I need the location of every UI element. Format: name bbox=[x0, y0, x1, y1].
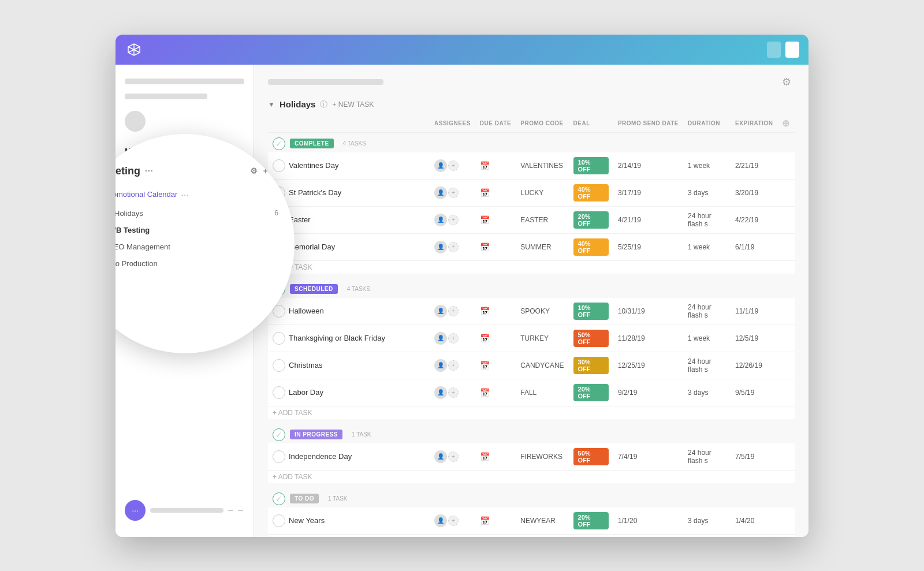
task-assignees-cell: 👤 + bbox=[430, 298, 475, 325]
assignee-icon[interactable]: 👤 bbox=[434, 214, 447, 226]
task-deal-cell: 20% OFF bbox=[569, 507, 613, 535]
assignee-add[interactable]: + bbox=[448, 387, 459, 398]
assignee-icon[interactable]: 👤 bbox=[434, 514, 447, 527]
calendar-icon[interactable]: 📅 bbox=[480, 307, 490, 316]
task-row[interactable]: Memorial Day 👤 + 📅 SUMMER 40% OFF 5/25/1… bbox=[268, 233, 795, 260]
col-due-date: DUE DATE bbox=[475, 114, 516, 133]
new-task-button[interactable]: + NEW TASK bbox=[332, 100, 374, 109]
zoom-sub-ab[interactable]: A/B Testing bbox=[116, 222, 278, 238]
col-add[interactable]: ⊕ bbox=[777, 114, 795, 133]
task-circle-1-3[interactable] bbox=[273, 386, 285, 399]
task-promo-code-cell: VALENTINES bbox=[516, 152, 568, 180]
deal-badge: 20% OFF bbox=[573, 211, 609, 229]
task-row[interactable]: New Years 👤 + 📅 NEWYEAR 20% OFF 1/1/20 bbox=[268, 507, 795, 535]
task-due-date-cell: 📅 bbox=[475, 206, 516, 233]
group-circle-0[interactable]: ✓ bbox=[273, 137, 285, 150]
promo-send-date: 1/1/20 bbox=[618, 517, 637, 525]
zoom-gear-icon[interactable]: ⚙ bbox=[250, 166, 258, 176]
calendar-icon[interactable]: 📅 bbox=[480, 516, 490, 525]
calendar-icon[interactable]: 📅 bbox=[480, 161, 490, 170]
assignee-icon[interactable]: 👤 bbox=[434, 359, 447, 372]
task-circle-1-2[interactable] bbox=[273, 359, 285, 372]
section-title: Holidays bbox=[280, 99, 316, 109]
calendar-icon[interactable]: 📅 bbox=[480, 215, 490, 225]
assignee-icon[interactable]: 👤 bbox=[434, 332, 447, 345]
task-row[interactable]: Halloween 👤 + 📅 SPOOKY 10% OFF 10/31/19 bbox=[268, 298, 795, 325]
assignee-icon[interactable]: 👤 bbox=[434, 386, 447, 399]
calendar-icon[interactable]: 📅 bbox=[480, 388, 490, 397]
task-due-date-cell: 📅 bbox=[475, 324, 516, 352]
zoom-sub-video[interactable]: Video Production bbox=[116, 255, 278, 272]
task-expiration-cell: 7/5/19 bbox=[731, 443, 777, 471]
assignee-add[interactable]: + bbox=[448, 360, 459, 371]
calendar-icon[interactable]: 📅 bbox=[480, 452, 490, 461]
section-info-icon[interactable]: ⓘ bbox=[320, 99, 327, 110]
add-task-row[interactable]: + ADD TASK bbox=[268, 534, 795, 537]
task-circle-3-0[interactable] bbox=[273, 514, 285, 527]
promo-code: EASTER bbox=[520, 216, 548, 224]
assignee-add[interactable]: + bbox=[448, 215, 459, 225]
duration: 1 week bbox=[688, 243, 710, 251]
topbar-button-2[interactable] bbox=[785, 42, 799, 58]
group-row-1: ✓ SCHEDULED 4 TASKS bbox=[268, 278, 795, 298]
add-task-row[interactable]: + ADD TASK bbox=[268, 406, 795, 419]
task-row[interactable]: Easter 👤 + 📅 EASTER 20% OFF 4/21/19 bbox=[268, 206, 795, 233]
task-circle-1-1[interactable] bbox=[273, 332, 285, 345]
task-deal-cell: 10% OFF bbox=[569, 298, 613, 325]
task-circle-2-0[interactable] bbox=[273, 450, 285, 463]
zoom-promo-dots[interactable]: ··· bbox=[181, 190, 189, 199]
assignee-icon[interactable]: 👤 bbox=[434, 450, 447, 463]
task-row[interactable]: Thanksgiving or Black Friday 👤 + 📅 TURKE… bbox=[268, 324, 795, 352]
assignee-add[interactable]: + bbox=[448, 306, 459, 316]
assignee-add[interactable]: + bbox=[448, 451, 459, 462]
assignee-add[interactable]: + bbox=[448, 161, 459, 171]
task-row[interactable]: Valentines Day 👤 + 📅 VALENTINES 10% OFF … bbox=[268, 152, 795, 180]
chat-bubble[interactable]: ··· bbox=[125, 500, 146, 521]
calendar-icon[interactable]: 📅 bbox=[480, 188, 490, 197]
add-task-row[interactable]: + ADD TASK bbox=[268, 470, 795, 483]
promo-code: TURKEY bbox=[520, 334, 549, 342]
task-promo-code-cell: NEWYEAR bbox=[516, 507, 568, 535]
calendar-icon[interactable]: 📅 bbox=[480, 242, 490, 252]
promo-send-date: 4/21/19 bbox=[618, 216, 641, 224]
task-duration-cell: 3 days bbox=[683, 179, 731, 206]
zoom-sub-holidays[interactable]: Holidays 6 bbox=[116, 205, 278, 222]
zoom-promo-item[interactable]: □ Promotional Calendar ··· bbox=[116, 186, 278, 203]
zoom-sub-seo[interactable]: SEO Management bbox=[116, 238, 278, 255]
task-extra-cell bbox=[777, 152, 795, 180]
collapse-btn[interactable]: ▼ bbox=[268, 100, 275, 109]
task-row[interactable]: Christmas 👤 + 📅 CANDYCANE 30% OFF 12/25/… bbox=[268, 352, 795, 379]
task-due-date-cell: 📅 bbox=[475, 152, 516, 180]
task-extra-cell bbox=[777, 179, 795, 206]
task-row[interactable]: Labor Day 👤 + 📅 FALL 20% OFF 9/2/19 bbox=[268, 379, 795, 406]
assignee-icon[interactable]: 👤 bbox=[434, 186, 447, 199]
assignee-add[interactable]: + bbox=[448, 188, 459, 198]
group-circle-3[interactable]: ✓ bbox=[273, 492, 285, 505]
duration: 24 hour flash s bbox=[688, 449, 711, 465]
assignee-add[interactable]: + bbox=[448, 516, 459, 526]
task-name-cell: Thanksgiving or Black Friday bbox=[268, 324, 430, 352]
assignee-icon[interactable]: 👤 bbox=[434, 159, 447, 172]
sidebar-placeholder-2 bbox=[125, 94, 207, 99]
calendar-icon[interactable]: 📅 bbox=[480, 334, 490, 343]
assignee-add[interactable]: + bbox=[448, 242, 459, 252]
group-circle-2[interactable]: ✓ bbox=[273, 428, 285, 441]
add-task-row[interactable]: + ADD TASK bbox=[268, 260, 795, 274]
task-name: Memorial Day bbox=[289, 242, 335, 251]
expiration: 12/5/19 bbox=[735, 334, 758, 342]
task-row[interactable]: Independence Day 👤 + 📅 FIREWORKS 50% OFF… bbox=[268, 443, 795, 471]
content-gear-icon[interactable]: ⚙ bbox=[778, 74, 795, 90]
assignee-add[interactable]: + bbox=[448, 333, 459, 344]
task-assignees-cell: 👤 + bbox=[430, 379, 475, 406]
assignee-icon[interactable]: 👤 bbox=[434, 305, 447, 318]
group-badge-3: TO DO bbox=[290, 494, 319, 503]
assignee-icon[interactable]: 👤 bbox=[434, 241, 447, 253]
calendar-icon[interactable]: 📅 bbox=[480, 361, 490, 370]
deal-badge: 40% OFF bbox=[573, 238, 609, 256]
deal-badge: 10% OFF bbox=[573, 303, 609, 320]
task-row[interactable]: St Patrick's Day 👤 + 📅 LUCKY 40% OFF 3/1… bbox=[268, 179, 795, 206]
task-deal-cell: 20% OFF bbox=[569, 379, 613, 406]
topbar-button-1[interactable] bbox=[767, 42, 781, 58]
task-promo-send-date-cell: 11/28/19 bbox=[613, 324, 683, 352]
task-circle-0-0[interactable] bbox=[273, 159, 285, 172]
